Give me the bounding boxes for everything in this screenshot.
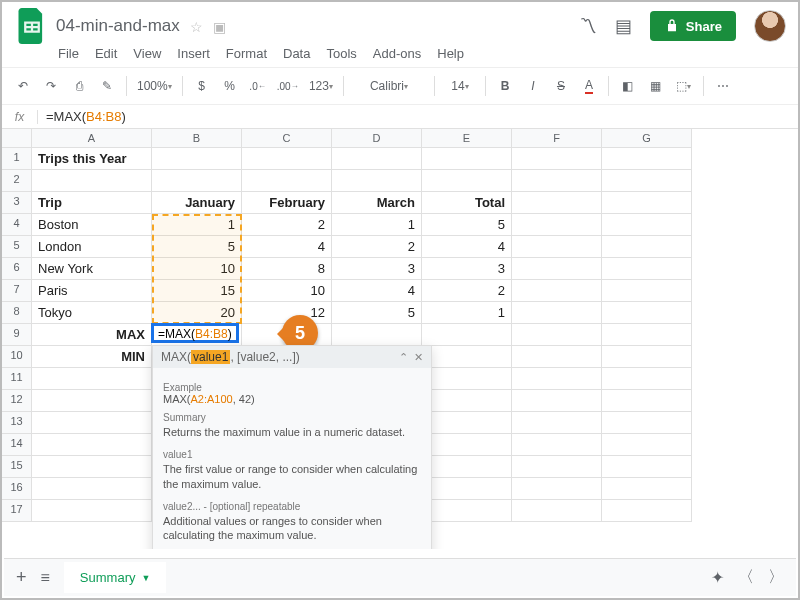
cell-A9[interactable]: MAX <box>32 324 152 346</box>
row-1[interactable]: 1 <box>2 148 32 170</box>
scroll-left-icon[interactable]: 〈 <box>738 567 754 588</box>
row-3[interactable]: 3 <box>2 192 32 214</box>
more-icon[interactable]: ⋯ <box>714 74 732 98</box>
col-A[interactable]: A <box>32 129 152 148</box>
cell-A5[interactable]: London <box>32 236 152 258</box>
cell-D5[interactable]: 2 <box>332 236 422 258</box>
cell-A1[interactable]: Trips this Year <box>32 148 152 170</box>
scroll-right-icon[interactable]: 〉 <box>768 567 784 588</box>
col-F[interactable]: F <box>512 129 602 148</box>
menu-format[interactable]: Format <box>226 46 267 61</box>
row-11[interactable]: 11 <box>2 368 32 390</box>
print-icon[interactable]: ⎙ <box>70 74 88 98</box>
row-12[interactable]: 12 <box>2 390 32 412</box>
cell-E7[interactable]: 2 <box>422 280 512 302</box>
percent-button[interactable]: % <box>221 74 239 98</box>
row-8[interactable]: 8 <box>2 302 32 324</box>
doc-title[interactable]: 04-min-and-max <box>56 16 180 36</box>
sheets-logo-icon[interactable] <box>14 8 50 44</box>
redo-icon[interactable]: ↷ <box>42 74 60 98</box>
row-16[interactable]: 16 <box>2 478 32 500</box>
cell-B9[interactable] <box>152 324 242 346</box>
avatar[interactable] <box>754 10 786 42</box>
cell-D6[interactable]: 3 <box>332 258 422 280</box>
row-2[interactable]: 2 <box>2 170 32 192</box>
comments-icon[interactable]: ▤ <box>615 15 632 37</box>
cell-E8[interactable]: 1 <box>422 302 512 324</box>
paint-format-icon[interactable]: ✎ <box>98 74 116 98</box>
folder-icon[interactable]: ▣ <box>213 19 226 35</box>
cell-B6[interactable]: 10 <box>152 258 242 280</box>
cell-E5[interactable]: 4 <box>422 236 512 258</box>
explore-icon[interactable]: ✦ <box>711 568 724 587</box>
menu-insert[interactable]: Insert <box>177 46 210 61</box>
font-size-select[interactable]: 14 <box>445 74 475 98</box>
cell-E4[interactable]: 5 <box>422 214 512 236</box>
add-sheet-icon[interactable]: + <box>16 567 27 588</box>
text-color-button[interactable]: A <box>580 74 598 98</box>
cell-B8[interactable]: 20 <box>152 302 242 324</box>
cell-C6[interactable]: 8 <box>242 258 332 280</box>
sheet-grid[interactable]: A B C D E F G 1 Trips this Year 2 3 Trip… <box>2 129 798 549</box>
formula-input[interactable]: =MAX(B4:B8) <box>38 109 798 125</box>
row-9[interactable]: 9 <box>2 324 32 346</box>
row-17[interactable]: 17 <box>2 500 32 522</box>
fill-color-icon[interactable]: ◧ <box>619 74 637 98</box>
row-6[interactable]: 6 <box>2 258 32 280</box>
borders-icon[interactable]: ▦ <box>647 74 665 98</box>
italic-button[interactable]: I <box>524 74 542 98</box>
undo-icon[interactable]: ↶ <box>14 74 32 98</box>
menu-help[interactable]: Help <box>437 46 464 61</box>
font-select[interactable]: Calibri <box>354 74 424 98</box>
cell-D4[interactable]: 1 <box>332 214 422 236</box>
cell-D7[interactable]: 4 <box>332 280 422 302</box>
menu-tools[interactable]: Tools <box>326 46 356 61</box>
col-D[interactable]: D <box>332 129 422 148</box>
zoom-select[interactable]: 100% <box>137 74 172 98</box>
cell-A7[interactable]: Paris <box>32 280 152 302</box>
col-C[interactable]: C <box>242 129 332 148</box>
row-13[interactable]: 13 <box>2 412 32 434</box>
currency-button[interactable]: $ <box>193 74 211 98</box>
col-B[interactable]: B <box>152 129 242 148</box>
activity-icon[interactable]: 〽 <box>579 16 597 37</box>
merge-icon[interactable]: ⬚ <box>675 74 693 98</box>
menu-addons[interactable]: Add-ons <box>373 46 421 61</box>
cell-E6[interactable]: 3 <box>422 258 512 280</box>
all-sheets-icon[interactable]: ≡ <box>41 569 50 587</box>
cell-D3[interactable]: March <box>332 192 422 214</box>
col-E[interactable]: E <box>422 129 512 148</box>
row-14[interactable]: 14 <box>2 434 32 456</box>
cell-B7[interactable]: 15 <box>152 280 242 302</box>
bold-button[interactable]: B <box>496 74 514 98</box>
cell-C7[interactable]: 10 <box>242 280 332 302</box>
cell-A10[interactable]: MIN <box>32 346 152 368</box>
tab-summary[interactable]: Summary ▼ <box>64 562 167 593</box>
menu-view[interactable]: View <box>133 46 161 61</box>
star-icon[interactable]: ☆ <box>190 19 203 35</box>
decrease-decimal-button[interactable]: .0← <box>249 74 267 98</box>
col-G[interactable]: G <box>602 129 692 148</box>
cell-A3[interactable]: Trip <box>32 192 152 214</box>
collapse-icon[interactable]: ⌃ <box>399 351 408 364</box>
cell-E3[interactable]: Total <box>422 192 512 214</box>
strike-button[interactable]: S <box>552 74 570 98</box>
cell-A6[interactable]: New York <box>32 258 152 280</box>
corner-cell[interactable] <box>2 129 32 148</box>
row-15[interactable]: 15 <box>2 456 32 478</box>
row-5[interactable]: 5 <box>2 236 32 258</box>
row-7[interactable]: 7 <box>2 280 32 302</box>
increase-decimal-button[interactable]: .00→ <box>277 74 299 98</box>
row-10[interactable]: 10 <box>2 346 32 368</box>
row-4[interactable]: 4 <box>2 214 32 236</box>
cell-D8[interactable]: 5 <box>332 302 422 324</box>
cell-B4[interactable]: 1 <box>152 214 242 236</box>
menu-file[interactable]: File <box>58 46 79 61</box>
share-button[interactable]: Share <box>650 11 736 41</box>
cell-C3[interactable]: February <box>242 192 332 214</box>
close-icon[interactable]: ✕ <box>414 351 423 364</box>
cell-C5[interactable]: 4 <box>242 236 332 258</box>
cell-B3[interactable]: January <box>152 192 242 214</box>
number-format-select[interactable]: 123 <box>309 74 333 98</box>
tab-dropdown-icon[interactable]: ▼ <box>141 573 150 583</box>
